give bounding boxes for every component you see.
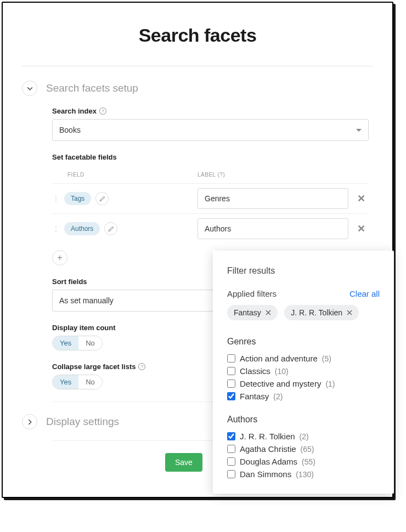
filter-results-panel: Filter results Applied filters Clear all… (213, 251, 394, 494)
facet-row-0: ⋮ Tags ✕ (52, 183, 369, 213)
divider (22, 66, 373, 66)
applied-filters-list: Fantasy J. R. R. Tolkien (227, 305, 380, 325)
section-title-display: Display settings (46, 416, 119, 428)
pill-label: J. R. R. Tolkien (291, 308, 342, 317)
facet-row-1: ⋮ Authors ✕ (52, 213, 369, 244)
toggle-yes[interactable]: Yes (53, 336, 78, 350)
remove-filter-button[interactable] (266, 310, 271, 315)
select-search-index[interactable]: Books (52, 119, 369, 141)
help-icon[interactable]: ? (99, 107, 106, 115)
clear-all-link[interactable]: Clear all (349, 289, 380, 298)
filter-option[interactable]: Dan Simmons (130) (227, 468, 380, 480)
th-field: FIELD (52, 172, 198, 178)
field-chip: Authors (64, 222, 100, 235)
filter-option[interactable]: J. R. R. Tolkien (2) (227, 430, 380, 443)
add-row-button[interactable]: + (52, 250, 67, 265)
opt-label: Fantasy (240, 392, 269, 401)
opt-label: Agatha Christie (240, 444, 296, 454)
opt-count: (65) (301, 445, 314, 454)
page-title: Search facets (22, 25, 373, 46)
label-facetable: Set facetable fields (52, 153, 369, 161)
collapse-toggle-setup[interactable] (22, 81, 37, 96)
label-cell: ✕ (198, 218, 369, 239)
close-icon (347, 310, 352, 315)
drag-handle[interactable]: ⋮ (52, 225, 60, 233)
section-header-setup: Search facets setup (22, 81, 373, 96)
label-text: Collapse large facet lists (52, 363, 136, 371)
applied-filter-pill: J. R. R. Tolkien (284, 305, 359, 320)
opt-label: Dan Simmons (240, 469, 291, 479)
field-cell: ⋮ Authors (52, 222, 198, 235)
table-header: FIELD LABEL (?) (52, 165, 369, 183)
opt-label: Action and adventure (240, 354, 318, 363)
opt-count: (1) (325, 380, 335, 388)
opt-count: (2) (300, 432, 309, 441)
filter-option[interactable]: Action and adventure (5) (227, 352, 380, 365)
opt-count: (55) (302, 457, 315, 466)
chevron-right-icon (27, 419, 33, 425)
filter-option[interactable]: Douglas Adams (55) (227, 455, 380, 468)
pencil-icon (108, 226, 114, 232)
caret-down-icon (356, 129, 362, 132)
toggle-display-count: Yes No (52, 336, 103, 350)
select-value: Books (59, 126, 81, 134)
filter-checkbox[interactable] (227, 392, 235, 400)
pill-label: Fantasy (234, 308, 261, 317)
toggle-collapse: Yes No (52, 375, 103, 389)
opt-count: (2) (273, 392, 283, 401)
opt-label: Classics (240, 366, 270, 376)
filter-checkbox[interactable] (227, 470, 235, 478)
field-chip: Tags (64, 192, 91, 205)
opt-label: Detective and mystery (240, 379, 321, 388)
filter-group-genres: Genres Action and adventure (5) Classics… (227, 337, 380, 403)
th-label: LABEL (?) (198, 172, 369, 178)
select-value: As set manually (59, 296, 114, 305)
label-search-index: Search index ? (52, 107, 369, 115)
toggle-no[interactable]: No (78, 375, 102, 389)
filter-checkbox[interactable] (227, 380, 235, 388)
remove-filter-button[interactable] (347, 310, 352, 315)
filter-option[interactable]: Classics (10) (227, 365, 380, 377)
drag-handle[interactable]: ⋮ (52, 195, 60, 202)
filter-option[interactable]: Detective and mystery (1) (227, 377, 380, 390)
pencil-icon (99, 196, 105, 202)
remove-row-button[interactable]: ✕ (354, 223, 369, 235)
section-title-setup: Search facets setup (46, 82, 138, 94)
field-facetable: Set facetable fields FIELD LABEL (?) ⋮ T… (52, 153, 369, 265)
remove-row-button[interactable]: ✕ (354, 193, 369, 205)
applied-filter-pill: Fantasy (227, 305, 278, 320)
filter-option[interactable]: Fantasy (2) (227, 390, 380, 403)
collapse-toggle-display[interactable] (22, 414, 37, 429)
filter-panel-title: Filter results (227, 266, 380, 276)
label-text: Search index (52, 107, 97, 115)
applied-filters-label: Applied filters (227, 289, 277, 298)
filter-checkbox[interactable] (227, 367, 235, 375)
save-button[interactable]: Save (165, 453, 202, 472)
filter-checkbox[interactable] (227, 432, 235, 440)
field-cell: ⋮ Tags (52, 192, 198, 205)
opt-label: Douglas Adams (240, 457, 297, 466)
toggle-yes[interactable]: Yes (53, 375, 78, 389)
filter-group-authors: Authors J. R. R. Tolkien (2) Agatha Chri… (227, 415, 380, 480)
field-search-index: Search index ? Books (52, 107, 369, 141)
label-input[interactable] (198, 188, 348, 209)
chevron-down-icon (27, 86, 33, 92)
toggle-no[interactable]: No (78, 336, 102, 350)
close-icon (266, 310, 271, 315)
opt-count: (5) (322, 354, 331, 363)
filter-group-title: Genres (227, 337, 380, 347)
help-icon[interactable]: ? (138, 363, 145, 370)
opt-label: J. R. R. Tolkien (240, 432, 295, 441)
applied-filters-header: Applied filters Clear all (227, 289, 380, 298)
filter-option[interactable]: Agatha Christie (65) (227, 443, 380, 455)
edit-field-button[interactable] (104, 222, 117, 235)
opt-count: (130) (296, 470, 314, 479)
filter-checkbox[interactable] (227, 457, 235, 466)
filter-checkbox[interactable] (227, 445, 235, 453)
label-input[interactable] (198, 218, 348, 239)
label-cell: ✕ (198, 188, 369, 209)
filter-group-title: Authors (227, 415, 380, 425)
opt-count: (10) (275, 367, 289, 376)
filter-checkbox[interactable] (227, 354, 235, 363)
edit-field-button[interactable] (95, 192, 109, 205)
